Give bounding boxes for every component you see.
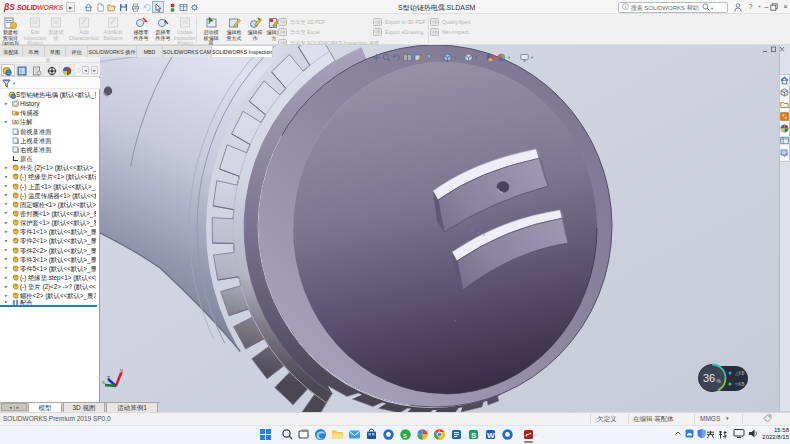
svg-text:A: A	[14, 120, 17, 125]
svg-text:△KB: △KB	[735, 371, 744, 376]
svg-text:s: s	[403, 431, 407, 440]
svg-text:S: S	[471, 431, 477, 440]
svg-text:36: 36	[703, 372, 715, 384]
svg-text:x: x	[102, 379, 105, 385]
svg-text:z: z	[107, 374, 110, 380]
svg-text:y: y	[120, 367, 123, 373]
svg-text:%: %	[717, 378, 722, 384]
svg-text:W: W	[487, 431, 495, 440]
svg-text:▽KB: ▽KB	[735, 382, 744, 387]
